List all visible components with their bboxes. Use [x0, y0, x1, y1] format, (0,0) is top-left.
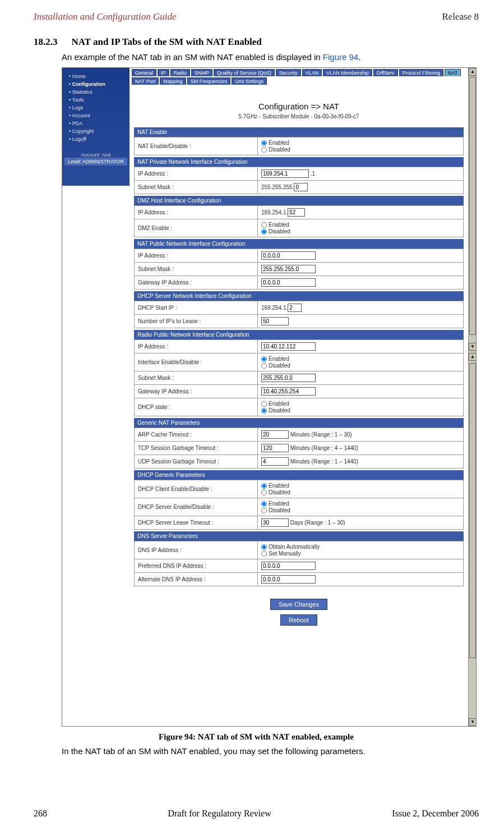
private-ip-label: IP Address :: [135, 167, 258, 181]
tab-vlan[interactable]: VLAN: [302, 69, 322, 76]
radio-icon[interactable]: [261, 363, 267, 369]
private-ip-input[interactable]: [261, 169, 309, 178]
radio-subnet-label: Subnet Mask :: [135, 371, 258, 385]
tcp-input[interactable]: [261, 444, 289, 452]
dns-alt-input[interactable]: [261, 575, 316, 584]
public-gw-input[interactable]: [261, 278, 316, 287]
save-changes-button[interactable]: Save Changes: [270, 599, 327, 610]
radio-icon[interactable]: [261, 508, 267, 513]
scroll-up-arrow-icon[interactable]: ▲: [469, 353, 477, 361]
scrollbar-thumb[interactable]: [469, 77, 476, 335]
sidebar-item-tools[interactable]: Tools: [69, 96, 130, 104]
dhcp-lease-to-input[interactable]: [261, 518, 289, 527]
tab-diffserv[interactable]: DiffServ: [373, 69, 398, 76]
radio-icon[interactable]: [261, 544, 267, 550]
radio-gw-label: Gateway IP Address :: [135, 385, 258, 398]
vertical-scrollbar[interactable]: ▲ ▼ ▲ ▼: [468, 68, 476, 726]
tab-ip[interactable]: IP: [158, 69, 169, 76]
sidebar-item-account[interactable]: Account: [69, 112, 130, 120]
dns-manual-radio[interactable]: Set Manually: [261, 550, 460, 557]
radio-icon[interactable]: [261, 551, 267, 557]
radio-icon[interactable]: [261, 408, 267, 414]
tab-nat-port[interactable]: NAT Port: [132, 77, 159, 85]
dns-auto-radio[interactable]: Obtain Automatically: [261, 544, 460, 550]
dhcp-client-disabled-radio[interactable]: Disabled: [261, 489, 460, 495]
dmz-enabled-radio[interactable]: Enabled: [261, 222, 460, 228]
tab-mapping[interactable]: Mapping: [160, 77, 186, 85]
udp-input[interactable]: [261, 457, 289, 466]
figure-ref-link[interactable]: Figure 94: [323, 52, 358, 62]
radio-gw-input[interactable]: [261, 387, 316, 396]
private-subnet-input[interactable]: [294, 183, 308, 191]
tab-security[interactable]: Security: [276, 69, 301, 76]
footer-center: Draft for Regulatory Review: [168, 809, 271, 819]
tab-radio[interactable]: Radio: [170, 69, 191, 76]
nat-enable-enabled-radio[interactable]: Enabled: [261, 140, 460, 146]
dhcp-start-input[interactable]: [288, 304, 302, 312]
radio-icon[interactable]: [261, 356, 267, 362]
radio-iface-disabled-radio[interactable]: Disabled: [261, 362, 460, 369]
public-subnet-input[interactable]: [261, 265, 316, 273]
dmz-enable-label: DMZ Enable :: [135, 219, 258, 237]
doc-title: Installation and Configuration Guide: [34, 11, 177, 22]
radio-subnet-input[interactable]: [261, 374, 316, 382]
dhcp-lease-to-suffix: Days (Range : 1 – 30): [290, 520, 345, 526]
radio-iface-enabled-radio[interactable]: Enabled: [261, 356, 460, 362]
page-title: Configuration => NAT: [130, 85, 468, 113]
panel-header-nat-public: NAT Public Network Interface Configurati…: [134, 239, 464, 249]
panel-header-dmz: DMZ Host Interface Configuration: [134, 196, 464, 205]
tab-bar: General IP Radio SNMP Quality of Service…: [130, 68, 468, 85]
radio-icon[interactable]: [261, 222, 267, 228]
dhcp-server-disabled-radio[interactable]: Disabled: [261, 507, 460, 513]
dns-ip-label: DNS IP Address :: [135, 541, 258, 559]
tab-snmp[interactable]: SNMP: [191, 69, 212, 76]
sidebar-item-pda[interactable]: PDA: [69, 120, 130, 127]
radio-icon[interactable]: [261, 501, 267, 507]
sidebar-item-home[interactable]: Home: [69, 72, 130, 80]
sidebar-item-logs[interactable]: Logs: [69, 104, 130, 112]
sidebar-item-configuration[interactable]: Configuration: [69, 80, 130, 88]
radio-icon[interactable]: [261, 483, 267, 489]
radio-dhcp-enabled-radio[interactable]: Enabled: [261, 401, 460, 407]
sidebar-item-copyright[interactable]: Copyright: [69, 127, 130, 135]
panel-header-dhcp-generic: DHCP Generic Parameters: [134, 470, 464, 480]
tab-unit-settings[interactable]: Unit Settings: [232, 77, 267, 85]
scroll-up-arrow-icon[interactable]: ▲: [469, 68, 477, 76]
radio-dhcp-disabled-radio[interactable]: Disabled: [261, 407, 460, 414]
radio-ip-input[interactable]: [261, 342, 316, 351]
radio-icon[interactable]: [261, 490, 267, 495]
panel-header-dhcp-server: DHCP Server Network Interface Configurat…: [134, 291, 464, 301]
sidebar-item-logoff[interactable]: Logoff: [69, 135, 130, 143]
tab-vlan-membership[interactable]: VLAN Membership: [323, 69, 372, 76]
arp-input[interactable]: [261, 430, 289, 439]
dns-pref-input[interactable]: [261, 562, 316, 570]
dmz-ip-input[interactable]: [288, 208, 305, 217]
scroll-down-arrow-icon[interactable]: ▼: [469, 343, 477, 351]
private-subnet-label: Subnet Mask :: [135, 181, 258, 194]
public-gw-label: Gateway IP Address :: [135, 276, 258, 290]
tab-protocol-filtering[interactable]: Protocol Filtering: [399, 69, 444, 76]
sidebar-item-statistics[interactable]: Statistics: [69, 88, 130, 96]
reboot-button[interactable]: Reboot: [280, 614, 317, 626]
radio-icon[interactable]: [261, 401, 267, 407]
nat-enable-disabled-radio[interactable]: Disabled: [261, 146, 460, 153]
tab-qos[interactable]: Quality of Service (QoS): [214, 69, 275, 76]
dhcp-client-enabled-radio[interactable]: Enabled: [261, 483, 460, 489]
intro-paragraph: An example of the NAT tab in an SM with …: [62, 52, 479, 62]
radio-icon[interactable]: [261, 229, 267, 235]
section-title: NAT and IP Tabs of the SM with NAT Enabl…: [72, 36, 262, 48]
radio-icon[interactable]: [261, 140, 267, 146]
nat-enable-label: NAT Enable/Disable :: [135, 137, 258, 155]
tcp-label: TCP Session Garbage Timeout :: [135, 442, 258, 455]
scrollbar-thumb[interactable]: [469, 363, 476, 658]
scroll-down-arrow-icon[interactable]: ▼: [469, 718, 477, 726]
private-ip-suffix: .1: [311, 171, 315, 177]
tab-nat[interactable]: NAT: [445, 69, 461, 76]
tab-sm-frequencies[interactable]: SM Frequencies: [187, 77, 231, 85]
tab-general[interactable]: General: [132, 69, 156, 76]
dhcp-server-enabled-radio[interactable]: Enabled: [261, 501, 460, 507]
radio-icon[interactable]: [261, 147, 267, 153]
public-ip-input[interactable]: [261, 251, 316, 260]
dhcp-lease-count-input[interactable]: [261, 317, 289, 325]
dmz-disabled-radio[interactable]: Disabled: [261, 228, 460, 235]
